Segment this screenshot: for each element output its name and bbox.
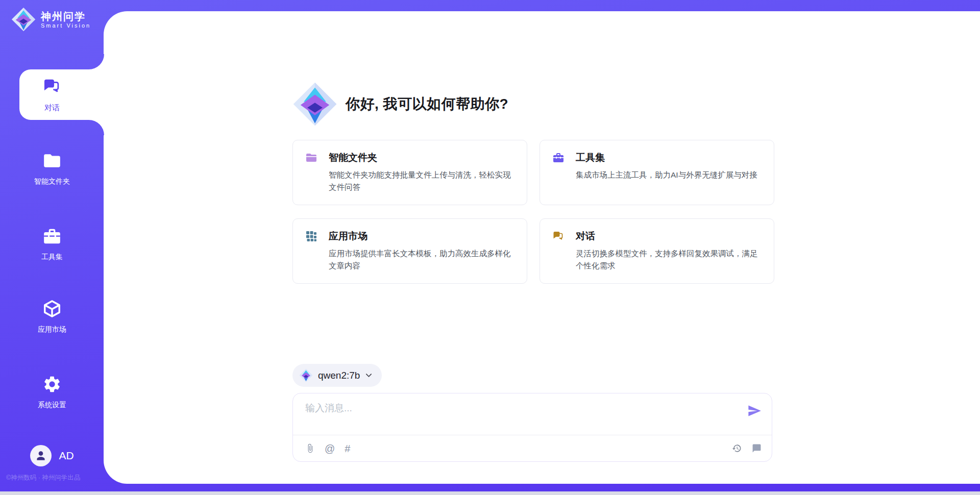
send-icon[interactable]	[747, 404, 762, 418]
chevron-down-icon	[365, 372, 373, 379]
card-toolset[interactable]: 工具集 集成市场上主流工具，助力AI与外界无缝扩展与对接	[540, 140, 774, 205]
composer-toolbar: @ #	[293, 435, 772, 461]
brand-name: 神州问学	[41, 11, 91, 22]
folder-icon	[305, 152, 317, 194]
gem-logo-icon	[292, 82, 337, 127]
chat-bubble-icon[interactable]	[752, 443, 762, 453]
gem-logo-icon	[11, 7, 36, 32]
folder-icon	[42, 151, 62, 170]
sidebar-item-tools[interactable]: 工具集	[0, 227, 104, 262]
history-icon[interactable]	[732, 443, 742, 453]
sidebar-item-apps[interactable]: 应用市场	[0, 299, 104, 334]
sidebar-item-chat[interactable]: 对话	[0, 77, 104, 113]
card-app-market[interactable]: 应用市场 应用市场提供丰富长文本模板，助力高效生成多样化文章内容	[292, 218, 527, 284]
feature-cards: 智能文件夹 智能文件夹功能支持批量文件上传与清洗，轻松实现文件问答 工具集 集成…	[292, 140, 774, 284]
card-chat[interactable]: 对话 灵活切换多模型文件，支持多样回复效果调试，满足个性化需求	[540, 218, 774, 284]
tab-fillet-top	[89, 54, 104, 69]
card-title: 工具集	[576, 151, 757, 164]
copyright-footer: ©神州数码 · 神州问学出品	[6, 474, 80, 482]
avatar	[30, 445, 52, 466]
card-description: 智能文件夹功能支持批量文件上传与清洗，轻松实现文件问答	[329, 169, 514, 193]
briefcase-icon	[42, 227, 62, 246]
brand-subtitle: Smart Vision	[41, 22, 91, 29]
gem-logo-icon	[299, 368, 313, 382]
sidebar-item-folder[interactable]: 智能文件夹	[0, 151, 104, 186]
bottom-edge	[0, 491, 980, 495]
chat-bubbles-icon	[42, 77, 62, 96]
sidebar-item-label: 工具集	[0, 253, 104, 262]
brand-logo: 神州问学 Smart Vision	[11, 7, 91, 32]
greeting-block: 你好, 我可以如何帮助你?	[292, 82, 774, 127]
card-smart-folder[interactable]: 智能文件夹 智能文件夹功能支持批量文件上传与清洗，轻松实现文件问答	[292, 140, 527, 205]
attach-file-icon[interactable]	[305, 443, 315, 453]
card-title: 应用市场	[329, 230, 514, 243]
briefcase-icon	[552, 152, 565, 194]
greeting-title: 你好, 我可以如何帮助你?	[346, 94, 508, 114]
user-initials: AD	[59, 450, 74, 462]
message-composer: @ #	[292, 393, 772, 462]
grid-icon	[305, 230, 317, 273]
topic-icon[interactable]: #	[345, 443, 350, 454]
tab-fillet-bottom	[89, 120, 104, 135]
composer-tools-left: @ #	[305, 443, 350, 454]
sidebar-item-label: 智能文件夹	[0, 177, 104, 186]
card-description: 应用市场提供丰富长文本模板，助力高效生成多样化文章内容	[329, 247, 514, 272]
card-description: 灵活切换多模型文件，支持多样回复效果调试，满足个性化需求	[576, 247, 762, 272]
person-icon	[34, 449, 47, 462]
chat-bubbles-icon	[552, 230, 565, 273]
message-input[interactable]	[305, 402, 724, 431]
cube-icon	[42, 299, 62, 318]
composer-tools-right	[732, 443, 762, 453]
sidebar-item-label: 系统设置	[0, 401, 104, 410]
sidebar-item-label: 应用市场	[0, 325, 104, 334]
gear-icon	[42, 375, 62, 394]
card-title: 智能文件夹	[329, 151, 514, 164]
model-name: qwen2:7b	[318, 370, 360, 381]
sidebar-item-settings[interactable]: 系统设置	[0, 375, 104, 410]
content-column: 你好, 我可以如何帮助你? 智能文件夹 智能文件夹功能支持批量文件上传与清洗，轻…	[292, 11, 774, 462]
card-description: 集成市场上主流工具，助力AI与外界无缝扩展与对接	[576, 169, 757, 181]
card-title: 对话	[576, 230, 762, 243]
mention-icon[interactable]: @	[325, 443, 335, 454]
model-selector[interactable]: qwen2:7b	[292, 364, 382, 387]
user-account[interactable]: AD	[0, 445, 104, 466]
sidebar-item-label: 对话	[0, 103, 104, 113]
